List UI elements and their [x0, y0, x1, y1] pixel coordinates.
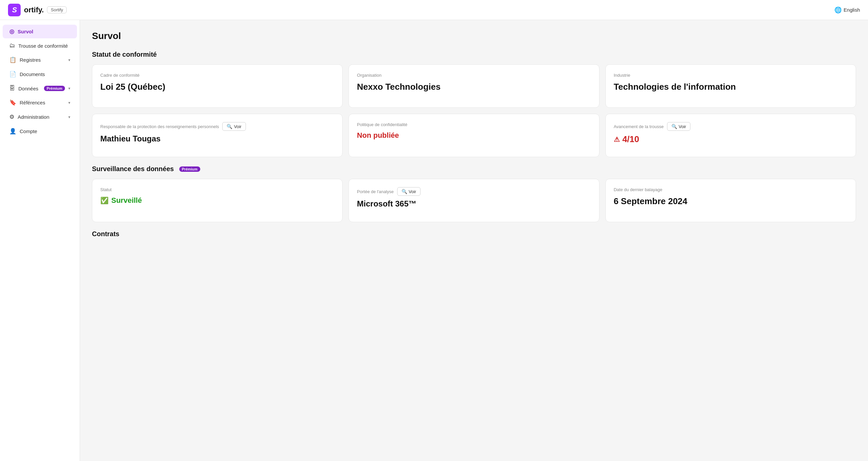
chevron-down-icon: ▾ — [68, 115, 70, 119]
search-icon: 🔍 — [672, 124, 677, 129]
card-label: Politique de confidentialité — [357, 122, 591, 127]
card-value: 6 Septembre 2024 — [614, 196, 848, 206]
sidebar-item-trousse[interactable]: 🗂 Trousse de conformité — [3, 39, 77, 52]
progress-value: 4/10 — [622, 134, 640, 144]
app-body: ◎ Survol 🗂 Trousse de conformité 📋 Regis… — [0, 20, 868, 461]
sidebar-item-compte[interactable]: 👤 Compte — [3, 124, 77, 138]
sidebar-item-administration[interactable]: ⚙ Administration ▾ — [3, 110, 77, 124]
search-icon: 🔍 — [226, 124, 232, 129]
surveillance-cards-grid: Statut ✅ Surveillé Portée de l'analyse 🔍… — [92, 179, 856, 222]
card-politique: Politique de confidentialité Non publiée — [348, 114, 599, 157]
search-icon: 🔍 — [402, 189, 407, 194]
sidebar-item-label: Données — [18, 86, 39, 91]
language-label: English — [844, 7, 860, 13]
sidebar-item-survol[interactable]: ◎ Survol — [3, 25, 77, 38]
main-content: Survol Statut de conformité Cadre de con… — [80, 20, 868, 461]
sidebar-item-label: Références — [20, 100, 65, 106]
card-action-row: Portée de l'analyse 🔍 Voir — [357, 187, 591, 196]
card-label: Date du dernier balayage — [614, 187, 848, 192]
sidebar-item-label: Documents — [20, 71, 70, 77]
check-icon: ✅ — [100, 197, 108, 204]
documents-icon: 📄 — [9, 71, 16, 78]
survol-icon: ◎ — [9, 28, 14, 35]
card-value: Microsoft 365™ — [357, 199, 591, 208]
administration-icon: ⚙ — [9, 113, 14, 120]
card-label: Responsable de la protection des renseig… — [100, 124, 219, 129]
card-label: Organisation — [357, 73, 591, 78]
donnees-icon: 🗄 — [9, 85, 15, 92]
surveillance-section-header: Surveillance des données Prémium — [92, 165, 856, 173]
chevron-down-icon: ▾ — [68, 100, 70, 105]
card-action-row: Avancement de la trousse 🔍 Voir — [614, 122, 848, 131]
contrats-section-header: Contrats — [92, 230, 856, 238]
logo-badge: Sortify — [47, 6, 67, 13]
statut-section-title: Statut de conformité — [92, 51, 157, 58]
card-value: Nexxo Technologies — [357, 82, 591, 92]
card-value: Technologies de l'information — [614, 82, 848, 92]
statut-section-header: Statut de conformité — [92, 51, 856, 58]
logo-area: S ortify. Sortify — [8, 4, 67, 16]
card-value: Loi 25 (Québec) — [100, 82, 334, 92]
card-avancement: Avancement de la trousse 🔍 Voir ⚠ 4/10 — [606, 114, 856, 157]
references-icon: 🔖 — [9, 99, 16, 106]
card-label: Statut — [100, 187, 334, 192]
sidebar-item-references[interactable]: 🔖 Références ▾ — [3, 96, 77, 109]
card-value: Non publiée — [357, 131, 591, 140]
sidebar-item-label: Registres — [20, 57, 65, 63]
card-label: Portée de l'analyse — [357, 189, 394, 194]
card-action-row: Responsable de la protection des renseig… — [100, 122, 334, 131]
top-header: S ortify. Sortify 🌐 English — [0, 0, 868, 20]
statut-label: Surveillé — [111, 196, 142, 205]
statut-cards-grid: Cadre de conformité Loi 25 (Québec) Orga… — [92, 64, 856, 157]
logo-wordmark: ortify. — [24, 6, 44, 15]
warning-icon: ⚠ — [614, 136, 620, 143]
card-cadre: Cadre de conformité Loi 25 (Québec) — [92, 64, 343, 108]
premium-badge: Prémium — [179, 167, 200, 172]
card-date-balayage: Date du dernier balayage 6 Septembre 202… — [606, 179, 856, 222]
registres-icon: 📋 — [9, 56, 16, 63]
card-value: ⚠ 4/10 — [614, 134, 848, 144]
sidebar-item-documents[interactable]: 📄 Documents — [3, 67, 77, 81]
card-value: ✅ Surveillé — [100, 196, 334, 205]
trousse-icon: 🗂 — [9, 42, 15, 49]
voir-avancement-button[interactable]: 🔍 Voir — [667, 122, 690, 131]
page-title: Survol — [92, 31, 856, 41]
card-portee: Portée de l'analyse 🔍 Voir Microsoft 365… — [348, 179, 599, 222]
card-label: Cadre de conformité — [100, 73, 334, 78]
card-label: Avancement de la trousse — [614, 124, 664, 129]
chevron-down-icon: ▾ — [68, 58, 70, 62]
card-organisation: Organisation Nexxo Technologies — [348, 64, 599, 108]
voir-label: Voir — [409, 189, 416, 194]
voir-portee-button[interactable]: 🔍 Voir — [397, 187, 421, 196]
language-icon: 🌐 — [834, 6, 842, 14]
voir-label: Voir — [234, 124, 241, 129]
logo-icon: S — [8, 4, 21, 16]
contrats-section-title: Contrats — [92, 230, 119, 238]
voir-label: Voir — [679, 124, 686, 129]
language-switcher[interactable]: 🌐 English — [834, 6, 860, 14]
sidebar-item-label: Compte — [20, 128, 70, 134]
voir-responsable-button[interactable]: 🔍 Voir — [222, 122, 246, 131]
card-statut-surveillance: Statut ✅ Surveillé — [92, 179, 343, 222]
premium-badge: Prémium — [44, 86, 65, 91]
chevron-down-icon: ▾ — [68, 86, 70, 91]
card-value: Mathieu Tougas — [100, 134, 334, 143]
card-responsable: Responsable de la protection des renseig… — [92, 114, 343, 157]
sidebar-item-label: Trousse de conformité — [18, 43, 70, 49]
card-label: Industrie — [614, 73, 848, 78]
sidebar: ◎ Survol 🗂 Trousse de conformité 📋 Regis… — [0, 20, 80, 461]
sidebar-item-label: Administration — [18, 114, 65, 120]
compte-icon: 👤 — [9, 128, 16, 135]
sidebar-item-registres[interactable]: 📋 Registres ▾ — [3, 53, 77, 67]
card-industrie: Industrie Technologies de l'information — [606, 64, 856, 108]
sidebar-item-label: Survol — [18, 29, 70, 34]
surveillance-section-title: Surveillance des données — [92, 165, 174, 173]
sidebar-item-donnees[interactable]: 🗄 Données Prémium ▾ — [3, 82, 77, 95]
